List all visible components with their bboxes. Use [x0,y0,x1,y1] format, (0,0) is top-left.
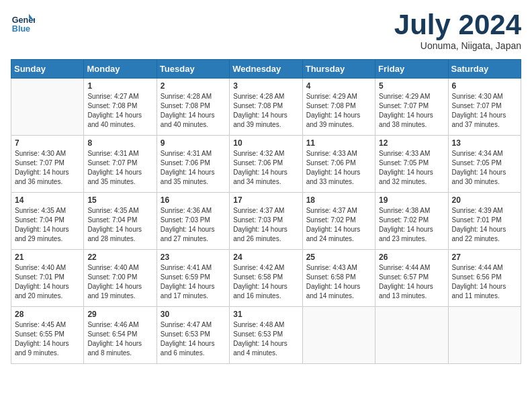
day-info: Sunrise: 4:33 AM Sunset: 7:05 PM Dayligh… [379,149,444,187]
week-row-3: 14Sunrise: 4:35 AM Sunset: 7:04 PM Dayli… [11,193,521,250]
day-info: Sunrise: 4:35 AM Sunset: 7:04 PM Dayligh… [87,206,152,244]
day-info: Sunrise: 4:44 AM Sunset: 6:56 PM Dayligh… [452,263,517,301]
weekday-header-tuesday: Tuesday [157,60,229,79]
day-cell: 24Sunrise: 4:42 AM Sunset: 6:58 PM Dayli… [230,250,302,307]
day-cell: 3Sunrise: 4:28 AM Sunset: 7:08 PM Daylig… [230,79,302,136]
day-info: Sunrise: 4:45 AM Sunset: 6:55 PM Dayligh… [15,320,80,358]
day-info: Sunrise: 4:47 AM Sunset: 6:53 PM Dayligh… [161,320,226,358]
day-info: Sunrise: 4:41 AM Sunset: 6:59 PM Dayligh… [161,263,226,301]
day-number: 10 [233,138,298,148]
day-number: 30 [161,310,226,319]
day-number: 17 [233,195,298,205]
day-cell: 27Sunrise: 4:44 AM Sunset: 6:56 PM Dayli… [448,250,521,307]
day-number: 24 [233,253,298,262]
day-number: 6 [452,81,517,91]
week-row-2: 7Sunrise: 4:30 AM Sunset: 7:07 PM Daylig… [11,136,521,193]
weekday-header-monday: Monday [84,60,157,79]
calendar-table: SundayMondayTuesdayWednesdayThursdayFrid… [11,59,521,364]
day-cell: 10Sunrise: 4:32 AM Sunset: 7:06 PM Dayli… [230,136,302,193]
title-block: July 2024 Uonuma, Niigata, Japan [394,11,521,51]
day-info: Sunrise: 4:28 AM Sunset: 7:08 PM Dayligh… [161,92,226,130]
day-cell: 30Sunrise: 4:47 AM Sunset: 6:53 PM Dayli… [157,307,229,364]
day-info: Sunrise: 4:44 AM Sunset: 6:57 PM Dayligh… [379,263,444,301]
day-number: 1 [87,81,152,91]
day-number: 21 [15,253,80,262]
day-number: 28 [15,310,80,319]
day-cell: 8Sunrise: 4:31 AM Sunset: 7:07 PM Daylig… [84,136,157,193]
day-cell: 23Sunrise: 4:41 AM Sunset: 6:59 PM Dayli… [157,250,229,307]
day-number: 25 [306,253,371,262]
day-info: Sunrise: 4:34 AM Sunset: 7:05 PM Dayligh… [452,149,517,187]
day-cell: 4Sunrise: 4:29 AM Sunset: 7:08 PM Daylig… [302,79,375,136]
day-cell: 14Sunrise: 4:35 AM Sunset: 7:04 PM Dayli… [11,193,84,250]
day-number: 31 [233,310,298,319]
day-info: Sunrise: 4:29 AM Sunset: 7:07 PM Dayligh… [379,92,444,130]
logo: General Blue [11,11,35,35]
day-info: Sunrise: 4:28 AM Sunset: 7:08 PM Dayligh… [233,92,298,130]
day-cell: 11Sunrise: 4:33 AM Sunset: 7:06 PM Dayli… [302,136,375,193]
day-info: Sunrise: 4:48 AM Sunset: 6:53 PM Dayligh… [233,320,298,358]
day-info: Sunrise: 4:43 AM Sunset: 6:58 PM Dayligh… [306,263,371,301]
day-info: Sunrise: 4:32 AM Sunset: 7:06 PM Dayligh… [233,149,298,187]
day-number: 4 [306,81,371,91]
day-cell [302,307,375,364]
day-number: 16 [161,195,226,205]
week-row-5: 28Sunrise: 4:45 AM Sunset: 6:55 PM Dayli… [11,307,521,364]
day-number: 12 [379,138,444,148]
day-number: 26 [379,253,444,262]
day-number: 13 [452,138,517,148]
day-number: 7 [15,138,80,148]
day-info: Sunrise: 4:37 AM Sunset: 7:02 PM Dayligh… [306,206,371,244]
day-cell: 28Sunrise: 4:45 AM Sunset: 6:55 PM Dayli… [11,307,84,364]
day-info: Sunrise: 4:29 AM Sunset: 7:08 PM Dayligh… [306,92,371,130]
weekday-header-friday: Friday [375,60,448,79]
day-info: Sunrise: 4:42 AM Sunset: 6:58 PM Dayligh… [233,263,298,301]
day-cell: 19Sunrise: 4:38 AM Sunset: 7:02 PM Dayli… [375,193,448,250]
day-info: Sunrise: 4:27 AM Sunset: 7:08 PM Dayligh… [87,92,152,130]
day-info: Sunrise: 4:31 AM Sunset: 7:06 PM Dayligh… [161,149,226,187]
day-number: 15 [87,195,152,205]
day-info: Sunrise: 4:37 AM Sunset: 7:03 PM Dayligh… [233,206,298,244]
day-number: 27 [452,253,517,262]
day-number: 2 [161,81,226,91]
day-cell: 21Sunrise: 4:40 AM Sunset: 7:01 PM Dayli… [11,250,84,307]
day-info: Sunrise: 4:40 AM Sunset: 7:01 PM Dayligh… [15,263,80,301]
day-number: 3 [233,81,298,91]
day-info: Sunrise: 4:40 AM Sunset: 7:00 PM Dayligh… [87,263,152,301]
day-number: 29 [87,310,152,319]
logo-icon: General Blue [11,11,35,35]
day-info: Sunrise: 4:33 AM Sunset: 7:06 PM Dayligh… [306,149,371,187]
weekday-header-saturday: Saturday [448,60,521,79]
page-header: General Blue July 2024 Uonuma, Niigata, … [11,11,521,51]
day-number: 20 [452,195,517,205]
day-number: 22 [87,253,152,262]
day-number: 5 [379,81,444,91]
month-title: July 2024 [394,11,521,39]
day-info: Sunrise: 4:31 AM Sunset: 7:07 PM Dayligh… [87,149,152,187]
day-number: 23 [161,253,226,262]
day-cell: 31Sunrise: 4:48 AM Sunset: 6:53 PM Dayli… [230,307,302,364]
svg-text:Blue: Blue [12,24,30,34]
day-cell: 7Sunrise: 4:30 AM Sunset: 7:07 PM Daylig… [11,136,84,193]
day-info: Sunrise: 4:35 AM Sunset: 7:04 PM Dayligh… [15,206,80,244]
day-number: 19 [379,195,444,205]
weekday-header-row: SundayMondayTuesdayWednesdayThursdayFrid… [11,60,521,79]
day-cell: 6Sunrise: 4:30 AM Sunset: 7:07 PM Daylig… [448,79,521,136]
day-info: Sunrise: 4:30 AM Sunset: 7:07 PM Dayligh… [452,92,517,130]
day-cell: 15Sunrise: 4:35 AM Sunset: 7:04 PM Dayli… [84,193,157,250]
day-number: 18 [306,195,371,205]
day-cell: 16Sunrise: 4:36 AM Sunset: 7:03 PM Dayli… [157,193,229,250]
day-info: Sunrise: 4:46 AM Sunset: 6:54 PM Dayligh… [87,320,152,358]
day-cell: 2Sunrise: 4:28 AM Sunset: 7:08 PM Daylig… [157,79,229,136]
day-cell: 20Sunrise: 4:39 AM Sunset: 7:01 PM Dayli… [448,193,521,250]
day-number: 8 [87,138,152,148]
day-cell: 18Sunrise: 4:37 AM Sunset: 7:02 PM Dayli… [302,193,375,250]
location: Uonuma, Niigata, Japan [394,40,521,51]
week-row-1: 1Sunrise: 4:27 AM Sunset: 7:08 PM Daylig… [11,79,521,136]
day-cell: 17Sunrise: 4:37 AM Sunset: 7:03 PM Dayli… [230,193,302,250]
day-number: 11 [306,138,371,148]
day-cell: 5Sunrise: 4:29 AM Sunset: 7:07 PM Daylig… [375,79,448,136]
day-number: 14 [15,195,80,205]
day-cell: 22Sunrise: 4:40 AM Sunset: 7:00 PM Dayli… [84,250,157,307]
day-cell: 12Sunrise: 4:33 AM Sunset: 7:05 PM Dayli… [375,136,448,193]
